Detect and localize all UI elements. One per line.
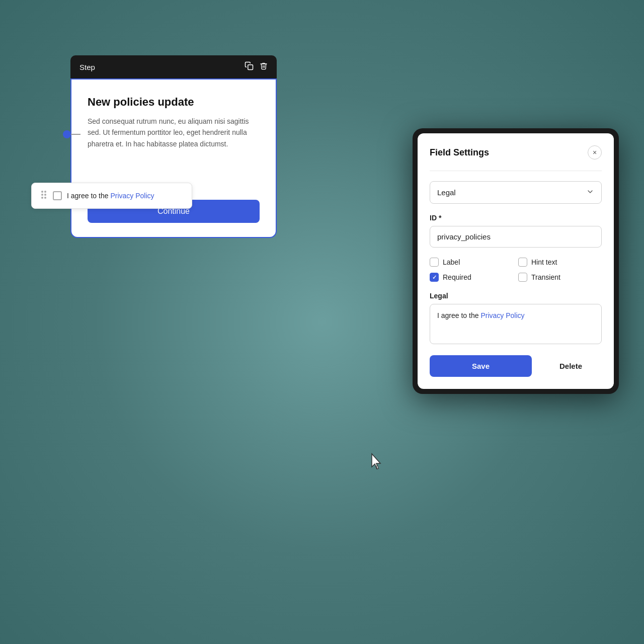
required-checkbox-item: Required	[430, 273, 513, 282]
checkbox-row-wrapper: I agree to the Privacy Policy	[31, 183, 192, 209]
save-button[interactable]: Save	[430, 355, 532, 377]
legal-content-area[interactable]: I agree to the Privacy Policy	[430, 304, 602, 344]
svg-point-4	[44, 194, 46, 196]
label-checkbox-item: Label	[430, 258, 513, 267]
agree-label: I agree to the Privacy Policy	[67, 192, 154, 200]
svg-point-1	[41, 191, 43, 193]
svg-rect-0	[248, 65, 253, 70]
hint-text-checkbox-item: Hint text	[518, 258, 602, 267]
connector-dot	[63, 130, 71, 138]
cursor	[370, 453, 384, 473]
step-container: Step New policies update Sed consequat r…	[70, 55, 277, 238]
required-checkbox[interactable]	[430, 273, 439, 282]
svg-point-2	[44, 191, 46, 193]
panel-header: Field Settings ×	[430, 145, 602, 159]
id-input[interactable]	[430, 226, 602, 248]
svg-point-6	[44, 197, 46, 199]
privacy-policy-link[interactable]: Privacy Policy	[110, 192, 154, 200]
copy-icon[interactable]	[245, 61, 254, 72]
drag-handle-icon[interactable]	[41, 190, 47, 201]
transient-checkbox-label: Transient	[531, 273, 560, 281]
label-checkbox[interactable]	[430, 258, 439, 267]
id-field-label: ID *	[430, 214, 602, 222]
required-checkbox-label: Required	[443, 273, 471, 281]
agree-checkbox[interactable]	[53, 191, 62, 200]
panel-title: Field Settings	[430, 147, 489, 158]
hint-text-checkbox[interactable]	[518, 258, 527, 267]
trash-icon[interactable]	[260, 61, 268, 72]
legal-section-label: Legal	[430, 292, 602, 300]
field-settings-outer: Field Settings × Legal ID * Label	[413, 128, 619, 394]
delete-button[interactable]: Delete	[540, 362, 602, 370]
chevron-down-icon	[586, 188, 594, 197]
step-header-title: Step	[79, 63, 95, 71]
close-button[interactable]: ×	[588, 145, 602, 159]
transient-checkbox[interactable]	[518, 273, 527, 282]
legal-content-prefix: I agree to the	[437, 311, 480, 319]
checkbox-row: I agree to the Privacy Policy	[31, 183, 192, 209]
svg-point-3	[41, 194, 43, 196]
step-card-title: New policies update	[88, 96, 260, 109]
dropdown-value: Legal	[437, 188, 456, 197]
checkboxes-grid: Label Hint text Required Transient	[430, 258, 602, 282]
step-card: New policies update Sed consequat rutrum…	[70, 78, 277, 238]
transient-checkbox-item: Transient	[518, 273, 602, 282]
step-header-icons	[245, 61, 268, 72]
field-settings-panel: Field Settings × Legal ID * Label	[418, 133, 614, 389]
svg-point-5	[41, 197, 43, 199]
step-card-body: Sed consequat rutrum nunc, eu aliquam ni…	[88, 116, 260, 149]
divider-1	[430, 171, 602, 171]
privacy-policy-link-panel[interactable]: Privacy Policy	[480, 311, 524, 319]
type-dropdown[interactable]: Legal	[430, 181, 602, 204]
step-header: Step	[70, 55, 277, 78]
action-buttons: Save Delete	[430, 355, 602, 377]
label-checkbox-label: Label	[443, 258, 460, 266]
hint-text-checkbox-label: Hint text	[531, 258, 557, 266]
